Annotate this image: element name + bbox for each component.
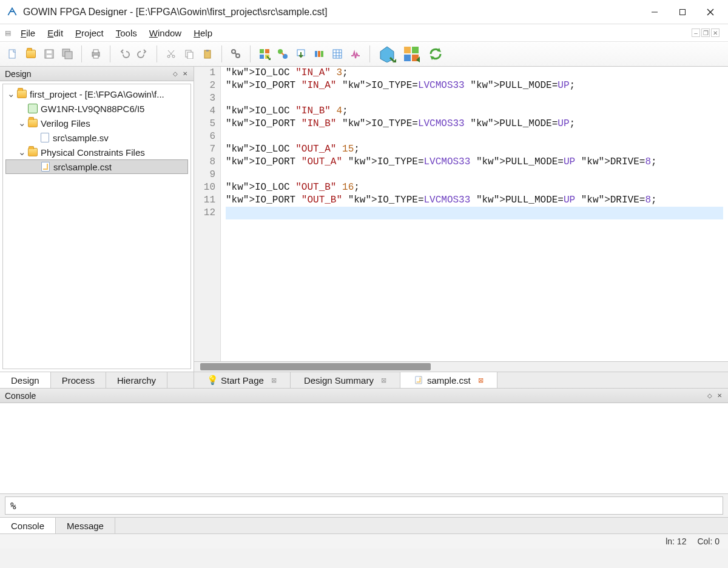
- chevron-down-icon[interactable]: ⌄: [7, 89, 15, 99]
- design-panel-title: Design: [5, 69, 32, 79]
- project-tree[interactable]: ⌄ first_project - [E:\FPGA\Gowin\f... · …: [2, 84, 191, 369]
- floorplan-button[interactable]: [329, 46, 345, 62]
- tab-close-icon[interactable]: ⊠: [478, 376, 484, 384]
- design-panel: Design ◇ ✕ ⌄ first_project - [E:\FPGA\Go…: [0, 67, 194, 372]
- menubar: ▤ File Edit Project Tools Window Help – …: [0, 24, 728, 41]
- console-panel-title: Console: [5, 391, 36, 401]
- design-panel-tabs: Design Process Hierarchy: [0, 372, 194, 388]
- console-panel-header: Console ◇ ✕: [0, 389, 728, 403]
- tree-device-row[interactable]: · GW1NR-LV9QN88PC6/I5: [5, 101, 188, 116]
- cut-button[interactable]: [163, 46, 179, 62]
- window-maximize-button[interactable]: [669, 3, 696, 21]
- svg-rect-12: [93, 55, 98, 58]
- console-tabs: Console Message: [0, 517, 728, 534]
- svg-rect-1: [680, 9, 686, 15]
- folder-icon: [27, 147, 38, 158]
- tree-verilog-group-row[interactable]: ⌄ Verilog Files: [5, 116, 188, 130]
- menu-window[interactable]: Window: [143, 27, 187, 39]
- console-output[interactable]: [0, 403, 728, 494]
- tree-verilog-group-label: Verilog Files: [41, 118, 90, 129]
- tree-constraints-group-label: Physical Constraints Files: [41, 147, 145, 158]
- print-button[interactable]: [88, 46, 104, 62]
- editor-gutter: 123456789101112: [194, 67, 221, 361]
- ip-core-button[interactable]: [400, 44, 422, 64]
- svg-rect-23: [265, 49, 269, 53]
- tab-start-page[interactable]: 💡 Start Page ⊠: [194, 372, 291, 388]
- tree-constraints-file-row[interactable]: · src\sample.cst: [5, 159, 188, 174]
- editor-code[interactable]: "kw">IO_LOC "IN_A" 3;"kw">IO_PORT "IN_A"…: [221, 67, 728, 361]
- tree-project-row[interactable]: ⌄ first_project - [E:\FPGA\Gowin\f...: [5, 87, 188, 101]
- save-all-button[interactable]: [59, 46, 75, 62]
- editor-horizontal-scrollbar[interactable]: [194, 362, 728, 372]
- tab-message[interactable]: Message: [56, 518, 115, 533]
- mdi-close-icon[interactable]: ✕: [711, 28, 720, 37]
- app-logo-icon: [6, 6, 18, 18]
- chevron-down-icon[interactable]: ⌄: [18, 147, 26, 158]
- panel-float-icon[interactable]: ◇: [706, 392, 713, 399]
- window-title: GOWIN FPGA Designer - [E:\FPGA\Gowin\fir…: [23, 7, 327, 18]
- window-titlebar: GOWIN FPGA Designer - [E:\FPGA\Gowin\fir…: [0, 0, 728, 24]
- tab-design[interactable]: Design: [0, 372, 51, 388]
- tab-hierarchy[interactable]: Hierarchy: [106, 372, 167, 388]
- chevron-down-icon[interactable]: ⌄: [18, 118, 26, 129]
- folder-icon: [27, 118, 38, 129]
- mdi-minimize-icon[interactable]: –: [692, 28, 700, 37]
- find-button[interactable]: [228, 46, 244, 62]
- panel-float-icon[interactable]: ◇: [172, 70, 179, 78]
- chip-icon: [27, 103, 38, 114]
- mdi-child-controls[interactable]: – ❐ ✕: [692, 28, 723, 37]
- tree-constraints-group-row[interactable]: ⌄ Physical Constraints Files: [5, 145, 188, 159]
- timing-button[interactable]: [311, 46, 327, 62]
- undo-button[interactable]: [116, 46, 132, 62]
- copy-button[interactable]: [181, 46, 197, 62]
- svg-rect-31: [318, 51, 320, 57]
- synthesize-button[interactable]: [257, 46, 272, 62]
- svg-rect-16: [187, 52, 193, 59]
- menu-help[interactable]: Help: [187, 27, 218, 39]
- tab-close-icon[interactable]: ⊠: [381, 376, 386, 384]
- waveform-button[interactable]: [348, 46, 363, 62]
- svg-rect-24: [260, 55, 264, 59]
- tree-verilog-file-row[interactable]: · src\sample.sv: [5, 130, 188, 145]
- svg-rect-18: [206, 50, 209, 52]
- download-bitstream-button[interactable]: [293, 46, 309, 62]
- open-folder-button[interactable]: [23, 46, 39, 62]
- menu-edit[interactable]: Edit: [41, 27, 69, 39]
- status-line: ln: 12: [666, 536, 686, 546]
- tab-console[interactable]: Console: [0, 518, 56, 533]
- status-column: Col: 0: [697, 536, 720, 546]
- paste-button[interactable]: [200, 46, 215, 62]
- tab-design-summary[interactable]: Design Summary ⊠: [291, 372, 400, 388]
- program-device-button[interactable]: [376, 44, 398, 64]
- window-close-button[interactable]: [696, 3, 724, 21]
- panel-close-icon[interactable]: ✕: [181, 70, 189, 78]
- console-input[interactable]: %: [5, 496, 723, 515]
- refresh-button[interactable]: [425, 44, 447, 64]
- svg-rect-39: [404, 47, 411, 53]
- menu-file[interactable]: File: [15, 27, 41, 39]
- mdi-system-icon[interactable]: ▤: [5, 29, 15, 37]
- mdi-restore-icon[interactable]: ❐: [701, 28, 710, 37]
- code-editor[interactable]: 123456789101112 "kw">IO_LOC "IN_A" 3;"kw…: [194, 67, 728, 362]
- place-route-button[interactable]: [275, 46, 291, 62]
- editor-area: 123456789101112 "kw">IO_LOC "IN_A" 3;"kw…: [194, 67, 728, 372]
- svg-rect-32: [321, 51, 323, 57]
- menu-tools[interactable]: Tools: [110, 27, 143, 39]
- redo-button[interactable]: [135, 46, 150, 62]
- svg-rect-22: [260, 49, 264, 53]
- tab-close-icon[interactable]: ⊠: [271, 376, 277, 384]
- tree-constraints-file-label: src\sample.cst: [53, 162, 112, 172]
- window-minimize-button[interactable]: [641, 3, 669, 21]
- folder-icon: [16, 89, 27, 99]
- svg-rect-6: [47, 50, 52, 53]
- new-file-button[interactable]: [5, 46, 21, 62]
- tab-process[interactable]: Process: [51, 372, 106, 388]
- panel-close-icon[interactable]: ✕: [716, 392, 723, 399]
- svg-rect-11: [93, 50, 98, 53]
- tab-sample-cst[interactable]: sample.cst ⊠: [400, 372, 497, 388]
- editor-tabs: 💡 Start Page ⊠ Design Summary ⊠ sample.c…: [194, 372, 728, 388]
- design-panel-header: Design ◇ ✕: [0, 67, 194, 81]
- menu-project[interactable]: Project: [69, 27, 110, 39]
- save-button[interactable]: [41, 46, 57, 62]
- svg-rect-40: [412, 47, 419, 53]
